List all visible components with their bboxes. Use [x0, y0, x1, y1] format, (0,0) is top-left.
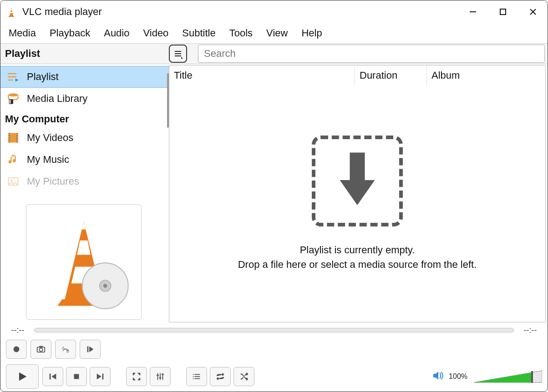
drop-zone[interactable]: Playlist is currently empty. Drop a file… [169, 85, 545, 322]
sidebar-item-label: My Music [27, 154, 69, 166]
column-title[interactable]: Title [169, 65, 355, 85]
maximize-button[interactable] [494, 3, 512, 21]
svg-marker-41 [340, 180, 375, 205]
sidebar-item-my-videos[interactable]: My Videos [0, 127, 169, 149]
svg-marker-50 [19, 372, 26, 381]
dropzone-line2: Drop a file here or select a media sourc… [238, 257, 477, 272]
drop-frame [312, 136, 403, 226]
loop-button[interactable] [210, 367, 231, 386]
svg-point-22 [9, 134, 10, 135]
svg-rect-5 [500, 9, 506, 15]
menu-help[interactable]: Help [301, 27, 322, 39]
fullscreen-button[interactable] [126, 367, 147, 386]
pictures-icon [7, 175, 20, 188]
playlist-icon [7, 70, 20, 83]
frame-step-button[interactable] [80, 340, 101, 359]
dropzone-line1: Playlist is currently empty. [238, 243, 477, 257]
download-arrow-icon [332, 148, 382, 214]
menu-subtitle[interactable]: Subtitle [182, 27, 215, 39]
time-elapsed[interactable]: --:-- [7, 326, 29, 335]
svg-rect-55 [102, 374, 104, 380]
svg-rect-53 [74, 374, 79, 379]
svg-rect-45 [39, 346, 42, 348]
menubar: Media Playback Audio Video Subtitle Tool… [0, 23, 548, 43]
shuffle-button[interactable] [233, 367, 254, 386]
window-title: VLC media player [22, 6, 464, 18]
svg-rect-3 [9, 16, 14, 17]
svg-point-23 [9, 136, 10, 137]
svg-marker-33 [82, 221, 86, 230]
menu-media[interactable]: Media [9, 27, 36, 39]
menu-view[interactable]: View [266, 27, 288, 39]
svg-point-39 [103, 284, 107, 287]
svg-point-66 [193, 376, 194, 377]
sidebar-item-media-library[interactable]: Media Library [0, 88, 169, 110]
previous-button[interactable] [42, 367, 63, 386]
vlc-cone-icon [6, 6, 17, 17]
sidebar-item-my-pictures[interactable]: My Pictures [0, 171, 169, 192]
media-library-icon [7, 92, 20, 105]
volume-slider[interactable] [474, 370, 542, 383]
svg-point-42 [14, 347, 20, 352]
play-button[interactable] [6, 364, 39, 389]
menu-tools[interactable]: Tools [229, 27, 253, 39]
time-remaining[interactable]: --:-- [519, 326, 541, 335]
search-input[interactable] [198, 45, 545, 63]
seek-bar[interactable] [34, 328, 514, 332]
menu-playback[interactable]: Playback [50, 27, 90, 39]
close-button[interactable] [524, 3, 542, 21]
titlebar: VLC media player [0, 0, 548, 23]
svg-marker-68 [433, 372, 438, 380]
svg-point-28 [17, 138, 18, 139]
snapshot-button[interactable] [30, 340, 51, 359]
album-art [26, 204, 142, 320]
svg-point-24 [9, 138, 10, 139]
svg-rect-56 [157, 373, 158, 380]
svg-point-16 [9, 93, 18, 96]
primary-controls: 100% [0, 362, 548, 392]
seek-row: --:-- --:-- [0, 323, 548, 337]
svg-rect-40 [350, 153, 365, 183]
column-headers: Title Duration Album [169, 65, 545, 85]
column-album[interactable]: Album [427, 65, 545, 85]
sidebar-item-playlist[interactable]: Playlist [0, 66, 169, 88]
sidebar-item-label: Media Library [27, 93, 87, 105]
svg-rect-51 [50, 374, 51, 380]
sidebar-item-label: My Videos [27, 132, 73, 144]
svg-point-44 [39, 348, 42, 351]
svg-point-29 [17, 141, 18, 141]
playlist-toolbar: Playlist [0, 43, 548, 64]
record-button[interactable] [6, 340, 27, 359]
menu-video[interactable]: Video [143, 27, 168, 39]
svg-marker-15 [15, 79, 19, 82]
sidebar-item-label: My Pictures [27, 176, 79, 187]
toggle-playlist-button[interactable] [186, 367, 207, 386]
playlist-view-toggle-button[interactable] [169, 45, 187, 63]
extended-settings-button[interactable] [150, 367, 171, 386]
svg-rect-57 [160, 373, 161, 380]
svg-rect-18 [10, 100, 10, 103]
svg-marker-49 [89, 347, 93, 352]
svg-rect-61 [162, 374, 164, 375]
svg-rect-59 [157, 375, 159, 376]
minimize-button[interactable] [464, 3, 482, 21]
svg-marker-11 [181, 57, 183, 59]
playlist-panel: Title Duration Album Playlist is current… [169, 65, 546, 322]
svg-marker-54 [97, 374, 101, 380]
sidebar-heading-playlist: Playlist [0, 48, 169, 60]
menu-audio[interactable]: Audio [104, 27, 129, 39]
sidebar-item-my-music[interactable]: My Music [0, 149, 169, 171]
speaker-icon[interactable] [432, 371, 443, 382]
svg-point-31 [10, 179, 13, 181]
svg-rect-2 [10, 12, 13, 13]
secondary-controls: AB [0, 337, 548, 362]
svg-rect-12 [8, 73, 16, 74]
column-duration[interactable]: Duration [355, 65, 427, 85]
volume-readout: 100% [449, 372, 467, 381]
music-icon [7, 153, 20, 166]
next-button[interactable] [90, 367, 111, 386]
stop-button[interactable] [66, 367, 87, 386]
sidebar-resize-handle[interactable] [167, 73, 169, 128]
sidebar-item-label: Playlist [27, 71, 59, 83]
loop-ab-button[interactable]: AB [55, 340, 76, 359]
